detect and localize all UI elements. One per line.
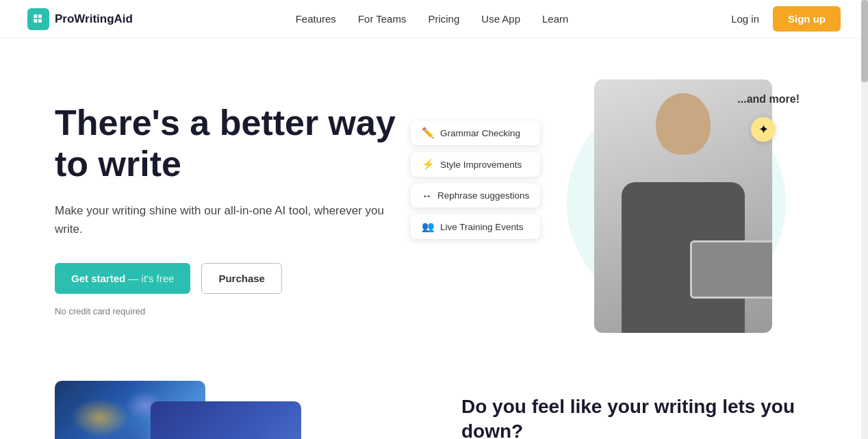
nav-features[interactable]: Features [296, 13, 336, 25]
hero-subtitle: Make your writing shine with our all-in-… [55, 201, 397, 238]
sparkle-icon: ✦ [751, 117, 776, 142]
scrollbar-thumb[interactable] [861, 0, 868, 82]
training-icon: 👥 [422, 221, 435, 233]
logo-icon [27, 8, 49, 30]
badge-rephrase: ↔️ Rephrase suggestions [411, 184, 540, 208]
nav-right: Log in Sign up [731, 6, 841, 32]
signup-button[interactable]: Sign up [773, 6, 841, 32]
badge-grammar: ✏️ Grammar Checking [411, 121, 540, 145]
nav-learn[interactable]: Learn [542, 13, 568, 25]
nav-for-teams[interactable]: For Teams [358, 13, 407, 25]
rephrase-icon: ↔️ [422, 190, 432, 201]
hero-note: No credit card required [55, 306, 397, 316]
laptop-illustration [690, 240, 772, 299]
get-started-button[interactable]: Get started — it's free [55, 263, 190, 294]
person-body [594, 79, 772, 333]
style-icon: ⚡ [422, 158, 435, 171]
grammar-icon: ✏️ [422, 127, 435, 139]
navbar: ProWritingAid Features For Teams Pricing… [0, 0, 868, 38]
logo-link[interactable]: ProWritingAid [27, 8, 133, 30]
hero-right: ...and more! ✦ ✏️ Grammar Checking ⚡ Sty… [397, 79, 813, 340]
hero-title: There's a better way to write [55, 103, 397, 185]
hero-left: There's a better way to write Make your … [55, 103, 397, 316]
badge-training: 👥 Live Training Events [411, 214, 540, 239]
logo-text: ProWritingAid [55, 12, 133, 26]
nav-pricing[interactable]: Pricing [428, 13, 459, 25]
second-left-visual: My idea in my head [55, 381, 407, 439]
scrollbar-rail[interactable] [861, 0, 868, 439]
login-link[interactable]: Log in [731, 13, 759, 25]
nav-use-app[interactable]: Use App [481, 13, 520, 25]
more-label: ...and more! [737, 93, 800, 105]
hero-section: There's a better way to write Make your … [0, 38, 868, 367]
second-right-text: Do you feel like your writing lets you d… [461, 381, 813, 439]
feature-badges: ✏️ Grammar Checking ⚡ Style Improvements… [411, 121, 540, 239]
painting-card-2 [151, 401, 301, 439]
hero-person-illustration [594, 79, 772, 333]
nav-links: Features For Teams Pricing Use App Learn [296, 13, 569, 25]
purchase-button[interactable]: Purchase [201, 263, 282, 294]
person-head [656, 93, 711, 155]
badge-style: ⚡ Style Improvements [411, 152, 540, 177]
logo-svg [31, 12, 45, 26]
hero-buttons: Get started — it's free Purchase [55, 263, 397, 294]
second-title: Do you feel like your writing lets you d… [461, 394, 813, 439]
second-section: My idea in my head Do you feel like your… [0, 367, 868, 439]
